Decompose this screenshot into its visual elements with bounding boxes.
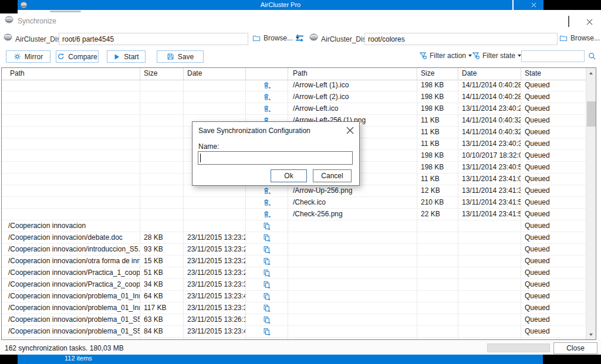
right-date-cell: 13/11/2014 23:40:28 (458, 103, 521, 114)
left-path-cell: /Cooperacion innovacion (2, 220, 140, 232)
right-size-cell: 22 KB (417, 209, 458, 220)
right-size-cell: 198 KB (417, 150, 458, 161)
mirror-button[interactable]: Mirror (6, 50, 50, 63)
source-browse-button[interactable]: Browse... (252, 34, 299, 42)
table-row[interactable]: /Arrow-Left (1).ico 198 KB 14/11/2014 0:… (2, 80, 586, 91)
dialog-title: Save Synchronization Configuration (198, 127, 310, 135)
close-icon[interactable] (531, 2, 536, 8)
right-size-cell: 11 KB (417, 127, 458, 138)
right-date-cell: 13/11/2014 23:41:51 (458, 197, 521, 208)
start-button[interactable]: Start (107, 50, 146, 63)
compare-button[interactable]: Compare (56, 50, 99, 63)
copy-action-icon[interactable] (263, 257, 271, 266)
left-path-cell (2, 185, 140, 196)
copy-action-icon[interactable] (263, 339, 271, 340)
save-label: Save (178, 53, 194, 61)
search-input[interactable] (521, 50, 585, 62)
left-date-cell: 23/11/2015 13:23:40 (184, 326, 246, 337)
browse-label: Browse... (570, 34, 600, 42)
left-date-cell: 23/11/2015 13:23:39 (184, 279, 246, 290)
table-row[interactable]: /Cooperacion innovacion/problema_01_S50.… (2, 326, 586, 338)
scroll-up-icon[interactable] (586, 68, 596, 78)
table-row[interactable]: /Cooperacion innovacion/debate.doc 28 KB… (2, 232, 586, 244)
table-row[interactable]: /Cooperacion innovacion Queued (2, 220, 586, 232)
action-cell (246, 256, 288, 267)
right-date-cell: 14/11/2014 0:40:28 (458, 91, 521, 103)
name-input[interactable] (198, 151, 353, 165)
main-window-titlebar[interactable]: AirCluster Pro (18, 0, 543, 10)
swap-directions-icon[interactable] (295, 33, 305, 43)
copy-action-icon[interactable] (263, 269, 271, 277)
close-button[interactable]: Close (553, 342, 597, 354)
delete-action-icon[interactable] (263, 105, 271, 113)
table-row[interactable]: Queued (2, 338, 586, 339)
copy-action-icon[interactable] (263, 316, 271, 324)
scroll-down-icon[interactable] (586, 329, 596, 339)
left-size-cell (140, 174, 184, 185)
delete-action-icon[interactable] (263, 199, 271, 207)
left-size-cell: 64 KB (140, 291, 184, 302)
save-button[interactable]: Save (157, 50, 204, 63)
table-row[interactable]: /Check-256.png 22 KB 13/11/2014 23:41:54… (2, 209, 586, 220)
header-state[interactable]: State (521, 68, 586, 80)
copy-action-icon[interactable] (263, 328, 271, 336)
left-date-cell (184, 209, 246, 220)
play-icon (113, 53, 120, 60)
left-date-cell (184, 103, 246, 114)
right-size-cell: 11 KB (417, 115, 458, 126)
header-left-size[interactable]: Size (140, 68, 184, 80)
copy-action-icon[interactable] (263, 292, 271, 301)
copy-action-icon[interactable] (263, 234, 271, 242)
maximize-icon[interactable] (512, 0, 514, 11)
search-icon[interactable] (588, 52, 596, 60)
table-row[interactable]: /Arrow-Left (2).ico 198 KB 14/11/2014 0:… (2, 91, 586, 103)
copy-action-icon[interactable] (263, 304, 271, 312)
header-right-date[interactable]: Date (458, 68, 521, 80)
header-right-path[interactable]: Path (288, 68, 417, 80)
table-row[interactable]: /Arrow-Left.ico 198 KB 13/11/2014 23:40:… (2, 103, 586, 115)
delete-action-icon[interactable] (263, 93, 271, 101)
copy-action-icon[interactable] (263, 246, 271, 254)
right-date-cell (458, 267, 521, 278)
delete-action-icon[interactable] (263, 81, 271, 90)
copy-action-icon[interactable] (263, 222, 271, 230)
source-path-input[interactable] (59, 33, 248, 45)
table-row[interactable]: /Cooperacion innovacion/Practica_2_coope… (2, 279, 586, 291)
table-row[interactable]: /Cooperacion innovacion/problema_01_Inn.… (2, 302, 586, 314)
table-row[interactable]: /Cooperacion innovacion/Practica_1_coope… (2, 267, 586, 279)
right-path-cell (288, 326, 417, 337)
table-row[interactable]: /Cooperacion innovacion/problema_01_Inn.… (2, 291, 586, 302)
destination-path-input[interactable] (364, 33, 558, 45)
filter-state-dropdown[interactable]: Filter state (472, 52, 521, 60)
vertical-scrollbar[interactable] (586, 68, 596, 339)
left-path-cell (2, 103, 140, 114)
left-size-cell (140, 103, 184, 114)
right-path-cell (288, 256, 417, 267)
scrollbar-thumb[interactable] (587, 101, 596, 127)
ok-button[interactable]: Ok (271, 169, 307, 182)
table-row[interactable]: /Cooperacion innovacion/problema_01_S5..… (2, 314, 586, 326)
table-row[interactable]: /Check.ico 210 KB 13/11/2014 23:41:51 Qu… (2, 197, 586, 209)
header-left-path[interactable]: Path (2, 68, 140, 80)
cancel-button[interactable]: Cancel (313, 169, 352, 182)
copy-action-icon[interactable] (263, 281, 271, 289)
right-date-cell (458, 220, 521, 232)
maximize-icon[interactable] (568, 16, 569, 27)
right-path-cell (288, 232, 417, 243)
right-size-cell (417, 338, 458, 339)
left-size-cell (140, 338, 184, 339)
close-icon[interactable] (346, 127, 354, 134)
right-path-cell (288, 220, 417, 232)
filter-action-dropdown[interactable]: Filter action (419, 52, 472, 60)
table-row[interactable]: /Cooperacion innovacion/otra forma de in… (2, 256, 586, 267)
destination-browse-button[interactable]: Browse... (559, 34, 601, 42)
delete-action-icon[interactable] (263, 210, 271, 219)
close-icon[interactable] (586, 19, 593, 25)
table-row[interactable]: /Arrow-Up-256.png 12 KB 13/11/2014 23:41… (2, 185, 586, 197)
table-row[interactable]: /Cooperacion innovacion/introduccion_S5.… (2, 244, 586, 256)
header-left-date[interactable]: Date (184, 68, 246, 80)
left-date-cell: 23/11/2015 13:23:27 (184, 244, 246, 255)
delete-action-icon[interactable] (263, 187, 271, 195)
desktop: AirCluster Pro 112 items Synchronize Air… (0, 0, 601, 364)
header-right-size[interactable]: Size (417, 68, 458, 80)
